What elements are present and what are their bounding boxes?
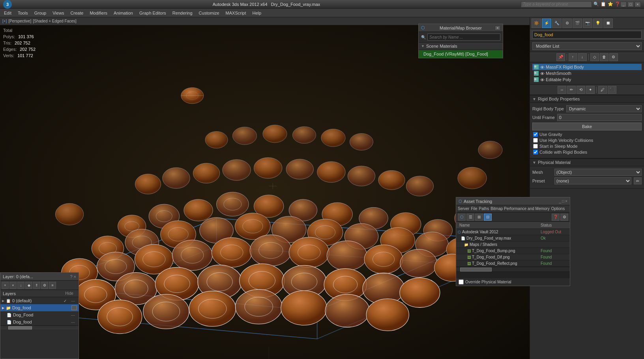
new-layer-btn[interactable]: +	[2, 282, 9, 289]
menu-customize[interactable]: Customize	[197, 10, 222, 16]
rpanel-btn-2[interactable]: ⚡	[542, 19, 551, 28]
menu-modifiers[interactable]: Modifiers	[87, 10, 110, 16]
layers-scrollbar-thumb[interactable]	[8, 326, 32, 329]
at-row-reflect[interactable]: 🖼 T_Dog_Food_Reflect.png Found	[456, 260, 570, 267]
move-to-layer-btn[interactable]: ⇑	[33, 282, 40, 289]
rpanel-btn-7[interactable]: 💡	[593, 19, 603, 28]
remove-modifier-btn[interactable]: 🗑	[600, 53, 608, 61]
menu-group[interactable]: Group	[32, 10, 49, 16]
at-menu-file[interactable]: File	[471, 206, 477, 211]
at-menu-options[interactable]: Options	[551, 206, 565, 211]
at-path-input[interactable]	[456, 272, 570, 278]
tool-icon-2[interactable]: ⭐	[608, 2, 613, 7]
rpanel-btn-1[interactable]: 🔆	[532, 19, 541, 28]
rpanel-btn-5[interactable]: 🎬	[573, 19, 582, 28]
rb-type-select[interactable]: Dynamic	[566, 105, 642, 112]
modifier-meshsmooth[interactable]: ◉ 👁 MeshSmooth	[532, 70, 642, 76]
at-menu-bitmap[interactable]: Bitmap Performance and Memory	[490, 206, 550, 211]
layers-close-btn[interactable]: ×	[74, 274, 76, 279]
sleep-mode-checkbox[interactable]	[533, 144, 538, 149]
rigid-body-section-header[interactable]: ▼ Rigid Body Properties	[530, 95, 644, 103]
transform-btn-2[interactable]: ✏	[567, 86, 576, 94]
transform-btn-3[interactable]: ⟲	[577, 86, 585, 94]
at-horizontal-scrollbar[interactable]	[456, 267, 570, 272]
modifier-editable-poly[interactable]: ◉ 👁 Editable Poly	[532, 76, 642, 83]
scene-materials-toggle[interactable]: ▼ Scene Materials	[419, 43, 503, 50]
at-menu-paths[interactable]: Paths	[479, 206, 489, 211]
layer-default[interactable]: ▶ 📋 0 (default) ✓ —	[0, 297, 79, 304]
search-icon[interactable]: 🔍	[593, 2, 599, 7]
menu-create[interactable]: Create	[68, 10, 86, 16]
pin-stack-btn[interactable]: 📌	[556, 53, 565, 61]
at-btn-settings[interactable]: ⚙	[560, 214, 568, 221]
pm-preset-select[interactable]: (none)	[554, 177, 631, 184]
layer-dog-food[interactable]: ▶ 📁 Dog_food	[0, 304, 79, 311]
make-unique-btn[interactable]: ◇	[590, 53, 599, 61]
viewport-plus[interactable]: [+]	[2, 19, 7, 23]
menu-help[interactable]: Help	[250, 10, 264, 16]
viewport-shade-mode[interactable]: [Shaded + Edged Faces]	[33, 19, 76, 23]
bake-button[interactable]: Bake	[532, 123, 642, 130]
configure-btn[interactable]: ⚙	[609, 53, 618, 61]
move-up-btn[interactable]: ↑	[569, 53, 577, 61]
transform-btn-4[interactable]: ✦	[586, 86, 595, 94]
menu-edit[interactable]: Edit	[2, 10, 14, 16]
rb-frame-input[interactable]	[557, 114, 642, 121]
physical-material-header[interactable]: ▼ Physical Material	[530, 158, 644, 166]
layer-options-btn[interactable]: ≡	[49, 282, 56, 289]
at-menu-server[interactable]: Server	[458, 206, 469, 211]
maximize-button[interactable]: □	[627, 2, 634, 7]
transform-btn-1[interactable]: ↔	[558, 86, 566, 94]
at-override-checkbox[interactable]	[459, 279, 464, 285]
close-button[interactable]: ×	[635, 2, 641, 7]
material-item[interactable]: Dog_Food (VRayMtl) [Dog_Food]	[419, 50, 503, 58]
at-row-bump[interactable]: 🖼 T_Dog_Food_Bump.png Found	[456, 248, 570, 254]
at-close-btn[interactable]: ×	[565, 199, 567, 203]
editpoly-eye[interactable]: 👁	[540, 78, 544, 82]
at-maximize-btn[interactable]: □	[562, 199, 564, 203]
rpanel-btn-4[interactable]: ⚙	[562, 19, 572, 28]
tool-icon-3[interactable]: ❓	[615, 2, 620, 7]
at-row-max-file[interactable]: 📄 Dry_Dog_Food_vray.max Ok	[456, 235, 570, 242]
menu-views[interactable]: Views	[50, 10, 66, 16]
at-btn-grid[interactable]: ⊞	[475, 214, 483, 221]
pm-edit-button[interactable]: ✏	[634, 177, 642, 184]
menu-maxscript[interactable]: MAXScript	[223, 10, 249, 16]
collide-rigid-checkbox[interactable]	[533, 150, 538, 154]
high-velocity-checkbox[interactable]	[533, 138, 538, 143]
menu-graph-editors[interactable]: Graph Editors	[137, 10, 168, 16]
at-scrollbar-thumb[interactable]	[460, 268, 492, 272]
menu-rendering[interactable]: Rendering	[170, 10, 195, 16]
delete-layer-btn[interactable]: ×	[9, 282, 17, 289]
use-gravity-checkbox[interactable]	[533, 132, 538, 137]
rpanel-btn-8[interactable]: 🔲	[603, 19, 613, 28]
minimize-button[interactable]: _	[620, 2, 627, 7]
browser-close-button[interactable]: ×	[495, 26, 500, 30]
modifier-massfx[interactable]: ◉ 👁 MassFX Rigid Body	[532, 64, 642, 70]
rpanel-btn-3[interactable]: 🔧	[552, 19, 562, 28]
rpanel-btn-6[interactable]: 📷	[583, 19, 592, 28]
modifier-list-select[interactable]: Modifier List	[532, 42, 642, 50]
transform-btn-6[interactable]: ⬛	[608, 86, 616, 94]
layer-dog-food-obj2[interactable]: 📄 Dog_food —	[0, 318, 79, 326]
transform-btn-5[interactable]: 🖊	[598, 86, 607, 94]
move-down-btn[interactable]: ↓	[578, 53, 587, 61]
at-row-vault[interactable]: ⬡ Autodesk Vault 2012 Logged Out	[456, 229, 570, 235]
menu-tools[interactable]: Tools	[15, 10, 30, 16]
meshsmooth-eye[interactable]: 👁	[540, 71, 544, 75]
pm-mesh-select[interactable]: (Object)	[554, 169, 642, 176]
browser-search-input[interactable]	[427, 33, 500, 41]
at-btn-table[interactable]: ⊟	[484, 214, 492, 221]
layer-settings-btn[interactable]: ⚙	[41, 282, 48, 289]
tool-icon-1[interactable]: 📋	[601, 2, 606, 7]
select-layer-btn[interactable]: ◆	[25, 282, 32, 289]
at-minimize-btn[interactable]: _	[559, 199, 562, 203]
massfx-eye[interactable]: 👁	[540, 65, 544, 69]
at-row-maps-folder[interactable]: 📁 Maps / Shaders	[456, 242, 570, 248]
at-row-dif[interactable]: 🖼 T_Dog_Food_Dif.png Found	[456, 254, 570, 260]
layers-scrollbar[interactable]	[0, 326, 79, 329]
at-btn-list[interactable]: ☰	[466, 214, 474, 221]
viewport-canvas[interactable]	[0, 25, 530, 359]
at-btn-help[interactable]: ❓	[552, 214, 560, 221]
layers-question-btn[interactable]: ?	[70, 274, 72, 279]
